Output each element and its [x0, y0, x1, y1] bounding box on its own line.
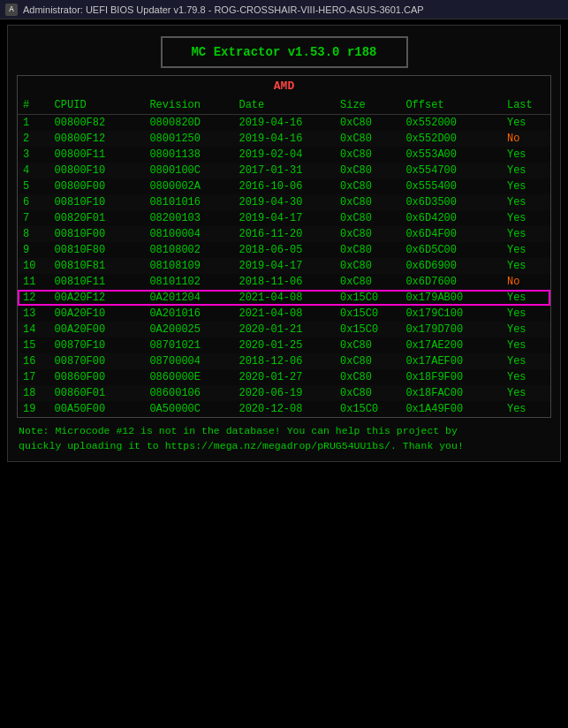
table-cell: 0xC80 [335, 194, 400, 210]
table-cell: 00860F01 [49, 385, 145, 401]
table-cell: 0x554700 [400, 163, 502, 178]
table-cell: 10 [18, 258, 49, 274]
table-cell: 0xC80 [335, 353, 400, 369]
table-cell: 08001138 [144, 147, 233, 163]
table-cell: 08108002 [144, 242, 233, 258]
table-row: 1800860F01086001062020-06-190xC800x18FAC… [18, 385, 550, 401]
table-cell: 0x6D4F00 [400, 226, 502, 242]
table-row: 100800F820800820D2019-04-160xC800x552000… [18, 115, 550, 132]
table-cell: 0xC80 [335, 226, 400, 242]
table-cell: 2019-02-04 [233, 147, 335, 163]
table-cell: 3 [18, 147, 49, 163]
table-cell: 5 [18, 178, 49, 194]
table-cell: Yes [502, 401, 550, 417]
table-row: 1900A50F000A50000C2020-12-080x15C00x1A49… [18, 401, 550, 417]
table-cell: 2019-04-17 [233, 258, 335, 274]
table-cell: 19 [18, 401, 49, 417]
table-cell: 1 [18, 115, 49, 132]
table-cell: 00870F00 [49, 353, 145, 369]
table-cell: 0xC80 [335, 115, 400, 132]
table-cell: 17 [18, 369, 49, 385]
table-cell: 0x15C0 [335, 322, 400, 337]
table-cell: 0x179AB00 [400, 290, 502, 306]
table-row: 1300A20F100A2010162021-04-080x15C00x179C… [18, 306, 550, 322]
table-cell: 00800F11 [49, 147, 145, 163]
table-row: 700820F01082001032019-04-170xC800x6D4200… [18, 210, 550, 226]
table-cell: Yes [502, 322, 550, 337]
table-cell: Yes [502, 210, 550, 226]
main-window: MC Extractor v1.53.0 r188 AMD # CPUID Re… [7, 25, 561, 462]
table-cell: 00810F81 [49, 258, 145, 274]
table-cell: 2016-10-06 [233, 178, 335, 194]
table-cell: 0x553A00 [400, 147, 502, 163]
table-cell: 08100004 [144, 226, 233, 242]
table-row: 1700860F000860000E2020-01-270xC800x18F9F… [18, 369, 550, 385]
table-cell: 2020-12-08 [233, 401, 335, 417]
table-cell: Yes [502, 258, 550, 274]
table-cell: 0x6D5C00 [400, 242, 502, 258]
table-row: 200800F12080012502019-04-160xC800x552D00… [18, 131, 550, 147]
table-cell: 15 [18, 337, 49, 353]
table-row: 1400A20F000A2000252020-01-210x15C00x179D… [18, 322, 550, 337]
table-cell: 00A50F00 [49, 401, 145, 417]
table-cell: 18 [18, 385, 49, 401]
table-row: 1200A20F120A2012042021-04-080x15C00x179A… [18, 290, 550, 306]
table-cell: 0x15C0 [335, 306, 400, 322]
table-cell: 0xC80 [335, 178, 400, 194]
table-row: 1500870F10087010212020-01-250xC800x17AE2… [18, 337, 550, 353]
table-cell: Yes [502, 194, 550, 210]
table-cell: 0x6D4200 [400, 210, 502, 226]
table-cell: 0800100C [144, 163, 233, 178]
table-cell: 2020-01-21 [233, 322, 335, 337]
table-cell: Yes [502, 178, 550, 194]
table-cell: 0x17AE200 [400, 337, 502, 353]
table-cell: 08108109 [144, 258, 233, 274]
table-cell: 2020-01-25 [233, 337, 335, 353]
table-cell: 08701021 [144, 337, 233, 353]
table-cell: 0A201204 [144, 290, 233, 306]
table-row: 1100810F11081011022018-11-060xC800x6D760… [18, 274, 550, 290]
table-cell: 0xC80 [335, 210, 400, 226]
table-cell: 0x6D7600 [400, 274, 502, 290]
table-cell: 2019-04-30 [233, 194, 335, 210]
table-cell: 0x179C100 [400, 306, 502, 322]
table-cell: No [502, 274, 550, 290]
table-cell: No [502, 131, 550, 147]
table-cell: Yes [502, 226, 550, 242]
table-cell: 00810F00 [49, 226, 145, 242]
table-cell: 00810F10 [49, 194, 145, 210]
table-cell: 0800002A [144, 178, 233, 194]
table-cell: 08101102 [144, 274, 233, 290]
table-cell: 0x17AEF00 [400, 353, 502, 369]
table-cell: 0xC80 [335, 147, 400, 163]
col-header-revision: Revision [144, 96, 233, 115]
table-cell: 0A200025 [144, 322, 233, 337]
table-cell: 6 [18, 194, 49, 210]
table-cell: 0x6D3500 [400, 194, 502, 210]
table-row: 600810F10081010162019-04-300xC800x6D3500… [18, 194, 550, 210]
table-cell: 2020-06-19 [233, 385, 335, 401]
note-section: Note: Microcode #12 is not in the databa… [19, 423, 549, 454]
table-cell: 00870F10 [49, 337, 145, 353]
table-cell: 8 [18, 226, 49, 242]
title-bar-text: Administrator: UEFI BIOS Updater v1.79.8… [23, 4, 424, 15]
table-cell: 00800F00 [49, 178, 145, 194]
table-cell: Yes [502, 385, 550, 401]
table-cell: 0xC80 [335, 274, 400, 290]
table-cell: 0xC80 [335, 369, 400, 385]
table-cell: 08200103 [144, 210, 233, 226]
table-cell: 0x6D6900 [400, 258, 502, 274]
col-header-size: Size [335, 96, 400, 115]
table-cell: 7 [18, 210, 49, 226]
note-line1: Note: Microcode #12 is not in the databa… [19, 425, 458, 436]
microcode-table: # CPUID Revision Date Size Offset Last 1… [18, 96, 550, 417]
table-row: 800810F00081000042016-11-200xC800x6D4F00… [18, 226, 550, 242]
table-cell: Yes [502, 115, 550, 132]
table-row: 400800F100800100C2017-01-310xC800x554700… [18, 163, 550, 178]
app-icon: A [5, 4, 18, 16]
table-cell: 2018-06-05 [233, 242, 335, 258]
table-cell: Yes [502, 163, 550, 178]
note-line2: quickly uploading it to https://mega.nz/… [19, 440, 464, 451]
table-cell: 0x15C0 [335, 401, 400, 417]
table-cell: 11 [18, 274, 49, 290]
